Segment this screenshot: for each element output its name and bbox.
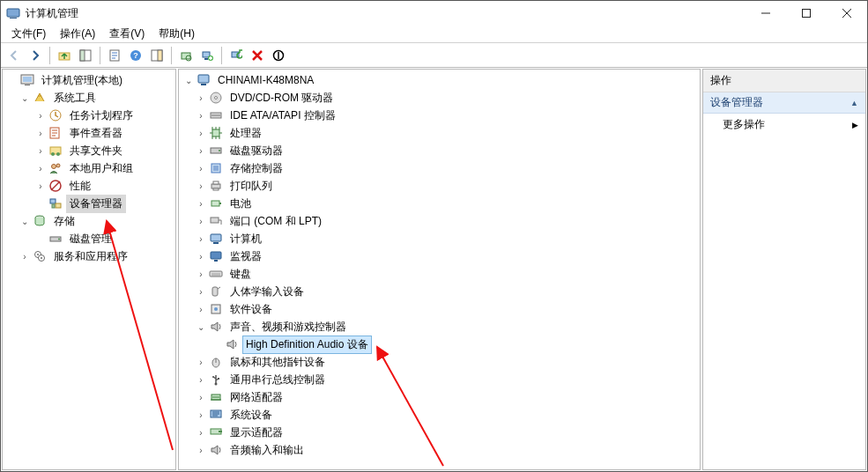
tree-storage[interactable]: ⌄ 存储 <box>4 212 175 230</box>
back-button[interactable] <box>4 46 24 65</box>
tree-item-local_users_groups[interactable]: ›本地用户和组 <box>4 159 175 177</box>
toolbar-separator <box>221 47 222 64</box>
expander-icon[interactable] <box>6 74 19 86</box>
triangle-right-icon: ▶ <box>852 121 858 129</box>
chevron-right-icon[interactable]: › <box>34 127 47 139</box>
chevron-right-icon[interactable]: › <box>19 250 31 262</box>
device-category-display_adapters[interactable]: ›显示适配器 <box>181 424 700 441</box>
device-item-hda[interactable]: High Definition Audio 设备 <box>181 336 700 353</box>
console-tree-pane: 计算机管理(本地) ⌄ 系统工具 ›任务计划程序›事件查看器›共享文件夹›本地用… <box>2 69 176 470</box>
chevron-down-icon[interactable]: ⌄ <box>19 215 31 227</box>
chevron-right-icon[interactable]: › <box>195 409 207 421</box>
chevron-right-icon[interactable]: › <box>34 144 47 157</box>
tree-item-device_manager[interactable]: 设备管理器 <box>4 195 175 212</box>
chevron-right-icon[interactable]: › <box>195 444 207 456</box>
properties-button[interactable] <box>105 46 124 65</box>
device-category-ide[interactable]: ›IDE ATA/ATAPI 控制器 <box>181 107 700 124</box>
tree-label: 事件查看器 <box>66 124 126 143</box>
system_devices-icon <box>209 408 223 422</box>
device-tree[interactable]: ⌄ CHINAMI-K48M8NA ›DVD/CD-ROM 驱动器›IDE AT… <box>179 70 700 461</box>
up-folder-button[interactable] <box>55 46 74 65</box>
tree-item-performance[interactable]: ›性能 <box>4 177 175 195</box>
close-button[interactable] <box>827 1 867 26</box>
tree-item-task_scheduler[interactable]: ›任务计划程序 <box>4 107 175 124</box>
chevron-down-icon[interactable]: ⌄ <box>19 92 31 104</box>
chevron-right-icon[interactable]: › <box>195 109 207 122</box>
device-category-keyboards[interactable]: ›键盘 <box>181 265 700 283</box>
forward-button[interactable] <box>26 46 45 65</box>
chevron-right-icon[interactable]: › <box>195 197 207 210</box>
device-category-label: 通用串行总线控制器 <box>226 371 329 389</box>
tree-item-shared_folders[interactable]: ›共享文件夹 <box>4 142 175 159</box>
uninstall-device-button[interactable] <box>248 46 267 65</box>
chevron-right-icon[interactable]: › <box>195 303 207 315</box>
scan-hardware-button[interactable] <box>176 46 196 65</box>
chevron-right-icon[interactable]: › <box>34 162 47 174</box>
chevron-right-icon[interactable]: › <box>195 215 207 227</box>
chevron-right-icon[interactable]: › <box>195 285 207 298</box>
device-category-batteries[interactable]: ›电池 <box>181 195 700 212</box>
device-category-sound[interactable]: ⌄声音、视频和游戏控制器 <box>181 318 700 336</box>
chevron-right-icon[interactable]: › <box>34 180 47 192</box>
console-tree[interactable]: 计算机管理(本地) ⌄ 系统工具 ›任务计划程序›事件查看器›共享文件夹›本地用… <box>3 70 175 267</box>
chevron-right-icon[interactable]: › <box>195 426 207 439</box>
print_queues-icon <box>209 179 223 193</box>
chevron-right-icon[interactable]: › <box>34 109 47 122</box>
device-category-usb_controllers[interactable]: ›通用串行总线控制器 <box>181 371 700 388</box>
device-category-monitors[interactable]: ›监视器 <box>181 247 700 265</box>
chevron-right-icon[interactable]: › <box>195 162 207 174</box>
chevron-right-icon[interactable]: › <box>195 268 207 280</box>
update-driver-button[interactable] <box>226 46 246 65</box>
maximize-button[interactable] <box>786 1 827 26</box>
svg-rect-50 <box>213 188 219 190</box>
tree-label: 任务计划程序 <box>66 107 137 125</box>
chevron-right-icon[interactable]: › <box>195 232 207 245</box>
device-category-mice[interactable]: ›鼠标和其他指针设备 <box>181 353 700 371</box>
chevron-right-icon[interactable]: › <box>195 373 207 386</box>
menu-file[interactable]: 文件(F) <box>4 25 53 43</box>
actions-section-device-manager[interactable]: 设备管理器 ▲ <box>703 92 865 114</box>
tree-item-event_viewer[interactable]: ›事件查看器 <box>4 124 175 142</box>
usb_controllers-icon <box>209 372 223 387</box>
device-category-storage_ctrl[interactable]: ›存储控制器 <box>181 159 700 177</box>
minimize-button[interactable] <box>746 1 786 26</box>
device-category-audio_io[interactable]: ›音频输入和输出 <box>181 441 700 459</box>
menu-action[interactable]: 操作(A) <box>53 25 102 43</box>
menu-help[interactable]: 帮助(H) <box>152 25 202 43</box>
device-category-ports[interactable]: ›端口 (COM 和 LPT) <box>181 212 700 230</box>
device-category-disk_drives[interactable]: ›磁盘驱动器 <box>181 142 700 159</box>
chevron-right-icon[interactable]: › <box>195 180 207 192</box>
device-category-dvd[interactable]: ›DVD/CD-ROM 驱动器 <box>181 89 700 107</box>
tree-system-tools[interactable]: ⌄ 系统工具 <box>4 89 175 107</box>
device-category-print_queues[interactable]: ›打印队列 <box>181 177 700 195</box>
chevron-down-icon[interactable]: ⌄ <box>182 74 195 86</box>
chevron-right-icon[interactable]: › <box>195 391 207 403</box>
chevron-down-icon[interactable]: ⌄ <box>195 321 207 333</box>
add-legacy-hardware-button[interactable] <box>197 46 217 65</box>
device-category-system_devices[interactable]: ›系统设备 <box>181 406 700 424</box>
device-category-cpu[interactable]: ›处理器 <box>181 124 700 142</box>
chevron-right-icon[interactable]: › <box>195 250 207 262</box>
show-hide-action-pane-button[interactable] <box>147 46 167 65</box>
tree-item-disk_management[interactable]: 磁盘管理 <box>4 230 175 247</box>
actions-pane: 操作 设备管理器 ▲ 更多操作 ▶ <box>702 69 866 470</box>
device-category-computers[interactable]: ›计算机 <box>181 230 700 247</box>
show-hide-console-tree-button[interactable] <box>76 46 95 65</box>
tree-services-apps[interactable]: › 服务和应用程序 <box>4 247 175 265</box>
actions-item-more[interactable]: 更多操作 ▶ <box>703 114 865 136</box>
tree-root-computer-mgmt[interactable]: 计算机管理(本地) <box>4 71 175 89</box>
chevron-right-icon[interactable]: › <box>195 127 207 139</box>
menu-view[interactable]: 查看(V) <box>102 25 152 43</box>
disable-device-button[interactable] <box>269 46 288 65</box>
chevron-right-icon[interactable]: › <box>195 356 207 368</box>
help-button[interactable]: ? <box>126 46 145 65</box>
device_manager-icon <box>48 196 63 210</box>
system-tools-icon <box>33 91 47 105</box>
chevron-right-icon[interactable]: › <box>195 92 207 104</box>
device-category-software_devices[interactable]: ›软件设备 <box>181 300 700 318</box>
svg-rect-48 <box>211 184 220 188</box>
device-category-network[interactable]: ›网络适配器 <box>181 388 700 406</box>
device-category-hid[interactable]: ›人体学输入设备 <box>181 283 700 300</box>
device-tree-root[interactable]: ⌄ CHINAMI-K48M8NA <box>181 71 700 89</box>
chevron-right-icon[interactable]: › <box>195 144 207 157</box>
